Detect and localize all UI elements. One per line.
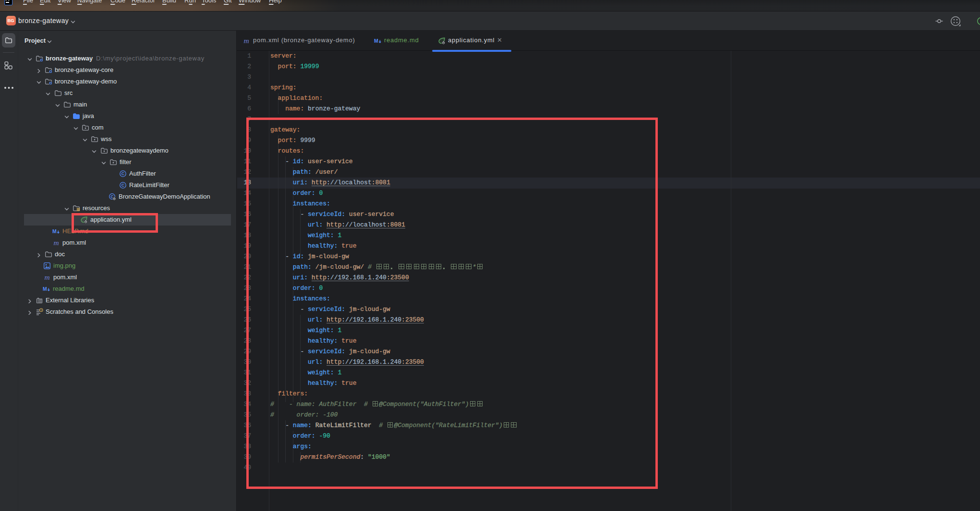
svg-text:m: m [45, 273, 50, 281]
svg-text:C: C [121, 171, 125, 176]
svg-text:C: C [121, 183, 125, 188]
svg-text:M: M [43, 286, 47, 292]
svg-text:M: M [374, 38, 378, 44]
svg-text:m: m [244, 37, 249, 45]
svg-text:m: m [54, 239, 59, 247]
svg-text:M: M [52, 228, 57, 234]
